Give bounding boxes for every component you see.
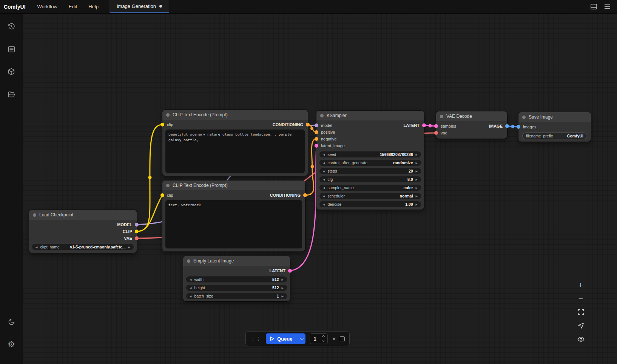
increment-arrow-icon[interactable] bbox=[416, 187, 418, 189]
output-port-vae[interactable] bbox=[135, 236, 139, 240]
decrement-arrow-icon[interactable] bbox=[323, 170, 325, 173]
theme-toggle-button[interactable] bbox=[4, 314, 19, 329]
widget-scheduler[interactable]: scheduler normal bbox=[319, 193, 421, 199]
increment-arrow-icon[interactable] bbox=[282, 295, 284, 298]
decrement-arrow-icon[interactable] bbox=[323, 153, 325, 156]
node-header[interactable]: CLIP Text Encode (Prompt) bbox=[162, 110, 308, 120]
link-dot-image[interactable] bbox=[511, 125, 515, 128]
output-port-image[interactable] bbox=[505, 124, 509, 128]
decrement-arrow-icon[interactable] bbox=[323, 195, 325, 197]
settings-button[interactable]: ⚙ bbox=[4, 337, 19, 352]
link-dot-positive[interactable] bbox=[310, 127, 313, 130]
node-vae-decode[interactable]: VAE Decode samples IMAGE vae bbox=[436, 111, 507, 139]
sidebar-node-library-button[interactable] bbox=[4, 42, 19, 57]
input-port-model[interactable] bbox=[315, 123, 318, 127]
output-port-conditioning[interactable] bbox=[306, 123, 310, 126]
node-header[interactable]: Load Checkpoint bbox=[29, 210, 137, 220]
output-port-latent[interactable] bbox=[422, 123, 426, 127]
widget-sampler-name[interactable]: sampler_name euler bbox=[319, 185, 421, 191]
increment-arrow-icon[interactable] bbox=[282, 278, 284, 281]
input-port-latent-image[interactable] bbox=[315, 144, 318, 148]
node-clip-text-encode-positive[interactable]: CLIP Text Encode (Prompt) clip CONDITION… bbox=[162, 110, 308, 176]
widget-batch-size[interactable]: batch_size 1 bbox=[186, 293, 287, 299]
input-port-clip[interactable] bbox=[160, 193, 164, 197]
queue-button-main[interactable]: Queue bbox=[266, 333, 296, 344]
widget-steps[interactable]: steps 20 bbox=[319, 168, 421, 174]
input-port-positive[interactable] bbox=[315, 130, 318, 134]
queue-button[interactable]: Queue bbox=[266, 333, 305, 344]
increment-arrow-icon[interactable] bbox=[416, 170, 418, 173]
input-port-clip[interactable] bbox=[160, 123, 164, 126]
node-save-image[interactable]: Save Image images filename_prefix ComfyU… bbox=[518, 112, 591, 142]
prompt-textarea[interactable]: beautiful scenery nature glass bottle la… bbox=[165, 130, 305, 173]
step-up-icon[interactable] bbox=[322, 335, 325, 338]
node-header[interactable]: Empty Latent Image bbox=[183, 256, 290, 266]
node-clip-text-encode-negative[interactable]: CLIP Text Encode (Prompt) clip CONDITION… bbox=[162, 180, 305, 251]
toggle-link-visibility-button[interactable] bbox=[576, 335, 586, 344]
batch-count-input[interactable]: 1 bbox=[310, 333, 328, 344]
collapse-dot-icon[interactable] bbox=[320, 114, 324, 117]
collapse-dot-icon[interactable] bbox=[166, 184, 170, 187]
widget-cfg[interactable]: cfg 8.0 bbox=[319, 176, 421, 182]
widget-height[interactable]: height 512 bbox=[186, 285, 287, 291]
increment-arrow-icon[interactable] bbox=[416, 153, 418, 156]
collapse-dot-icon[interactable] bbox=[33, 213, 36, 217]
node-load-checkpoint[interactable]: Load Checkpoint MODEL CLIP VAE ckpt_nam bbox=[29, 210, 137, 253]
input-port-vae[interactable] bbox=[434, 131, 438, 135]
link-dot-latent[interactable] bbox=[429, 124, 432, 128]
decrement-arrow-icon[interactable] bbox=[323, 203, 325, 206]
node-header[interactable]: CLIP Text Encode (Prompt) bbox=[162, 180, 305, 190]
toggle-panel-button[interactable] bbox=[588, 2, 599, 12]
input-port-images[interactable] bbox=[517, 125, 520, 129]
widget-filename-prefix[interactable]: filename_prefix ComfyUI bbox=[522, 133, 587, 139]
zoom-out-button[interactable]: − bbox=[576, 294, 586, 303]
stop-button[interactable] bbox=[340, 336, 345, 341]
link-dot-negative[interactable] bbox=[311, 165, 314, 168]
widget-width[interactable]: width 512 bbox=[186, 276, 287, 282]
sidebar-queue-history-button[interactable] bbox=[4, 19, 19, 34]
node-graph-canvas[interactable]: Load Checkpoint MODEL CLIP VAE ckpt_nam bbox=[23, 14, 617, 364]
drag-handle-icon[interactable]: ⋮⋮ bbox=[250, 336, 262, 342]
step-down-icon[interactable] bbox=[322, 339, 325, 342]
increment-arrow-icon[interactable] bbox=[128, 246, 130, 248]
collapse-dot-icon[interactable] bbox=[166, 113, 170, 117]
node-ksampler[interactable]: KSampler model LATENT positive negative bbox=[316, 111, 424, 210]
node-header[interactable]: Save Image bbox=[518, 112, 591, 122]
zoom-in-button[interactable]: + bbox=[576, 280, 586, 289]
select-mode-button[interactable] bbox=[576, 321, 586, 330]
menu-help[interactable]: Help bbox=[83, 0, 104, 13]
decrement-arrow-icon[interactable] bbox=[35, 246, 37, 248]
decrement-arrow-icon[interactable] bbox=[190, 287, 191, 289]
increment-arrow-icon[interactable] bbox=[416, 203, 418, 206]
output-port-latent[interactable] bbox=[288, 269, 292, 273]
decrement-arrow-icon[interactable] bbox=[190, 278, 191, 281]
link-dot-clip[interactable] bbox=[148, 176, 152, 179]
widget-ckpt-name[interactable]: ckpt_name v1-5-pruned-emaonly.safete... bbox=[32, 244, 134, 250]
prompt-textarea[interactable]: text, watermark bbox=[165, 200, 302, 248]
fit-view-button[interactable] bbox=[576, 307, 586, 316]
node-header[interactable]: KSampler bbox=[316, 111, 424, 120]
widget-denoise[interactable]: denoise 1.00 bbox=[319, 201, 421, 207]
sidebar-model-library-button[interactable] bbox=[4, 64, 19, 79]
collapse-dot-icon[interactable] bbox=[522, 116, 526, 119]
widget-control-after-generate[interactable]: control_after_generate randomize bbox=[319, 160, 421, 166]
widget-seed[interactable]: seed 156680208700286 bbox=[319, 151, 421, 157]
queue-options-dropdown[interactable] bbox=[296, 333, 305, 344]
sidebar-workflows-button[interactable] bbox=[4, 87, 19, 102]
increment-arrow-icon[interactable] bbox=[416, 195, 418, 197]
clear-queue-button[interactable]: × bbox=[332, 336, 336, 342]
decrement-arrow-icon[interactable] bbox=[323, 187, 325, 189]
main-menu-button[interactable] bbox=[602, 2, 612, 12]
menu-workflow[interactable]: Workflow bbox=[32, 0, 63, 13]
decrement-arrow-icon[interactable] bbox=[190, 295, 191, 298]
increment-arrow-icon[interactable] bbox=[416, 178, 418, 181]
input-port-negative[interactable] bbox=[315, 137, 318, 141]
node-header[interactable]: VAE Decode bbox=[436, 111, 507, 121]
output-port-conditioning[interactable] bbox=[303, 193, 307, 197]
input-port-samples[interactable] bbox=[434, 124, 438, 128]
decrement-arrow-icon[interactable] bbox=[323, 162, 325, 164]
menu-edit[interactable]: Edit bbox=[63, 0, 83, 13]
node-empty-latent-image[interactable]: Empty Latent Image LATENT width 512 heig… bbox=[183, 256, 290, 301]
increment-arrow-icon[interactable] bbox=[282, 287, 284, 289]
collapse-dot-icon[interactable] bbox=[187, 259, 190, 263]
